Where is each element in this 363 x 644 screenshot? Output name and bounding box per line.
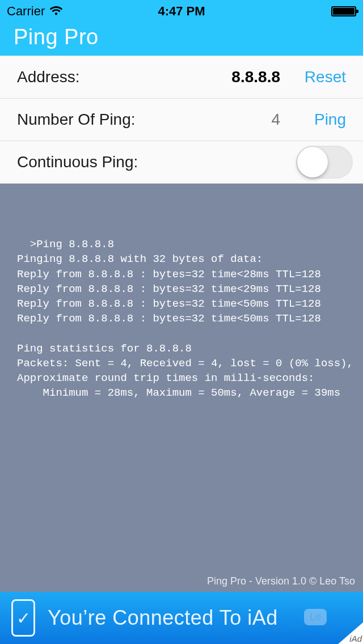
carrier-label: Carrier — [7, 4, 45, 19]
check-icon: ✓ — [16, 608, 31, 628]
address-label: Address: — [17, 68, 80, 86]
page-title: Ping Pro — [14, 25, 99, 49]
row-address: Address: Reset — [0, 56, 363, 98]
ping-count-input[interactable] — [178, 111, 280, 129]
nav-bar: Ping Pro — [0, 23, 363, 56]
phone-check-icon: ✓ — [11, 599, 35, 637]
ping-count-label: Number Of Ping: — [17, 111, 136, 129]
switch-knob — [297, 147, 328, 177]
continuous-switch[interactable] — [296, 146, 353, 179]
row-ping-count: Number Of Ping: Ping — [0, 98, 363, 141]
iad-corner-label: iAd — [349, 634, 362, 643]
address-input[interactable] — [178, 68, 280, 86]
iad-banner[interactable]: ✓ You’re Connected To iAd Le iAd — [0, 592, 363, 644]
row-continuous: Continuous Ping: — [0, 141, 363, 183]
ping-button[interactable]: Ping — [297, 111, 346, 129]
version-footer: Ping Pro - Version 1.0 © Leo Tso — [207, 574, 355, 588]
ping-output-console: >Ping 8.8.8.8 Pinging 8.8.8.8 with 32 by… — [0, 183, 363, 592]
wifi-icon — [49, 4, 63, 19]
iad-text: You’re Connected To iAd — [48, 606, 278, 630]
continuous-label: Continuous Ping: — [17, 153, 138, 171]
battery-icon — [331, 6, 356, 16]
status-bar: Carrier 4:47 PM — [0, 0, 363, 23]
iad-learn-button[interactable]: Le — [304, 609, 327, 625]
reset-button[interactable]: Reset — [297, 68, 346, 86]
console-text: >Ping 8.8.8.8 Pinging 8.8.8.8 with 32 by… — [17, 238, 353, 399]
